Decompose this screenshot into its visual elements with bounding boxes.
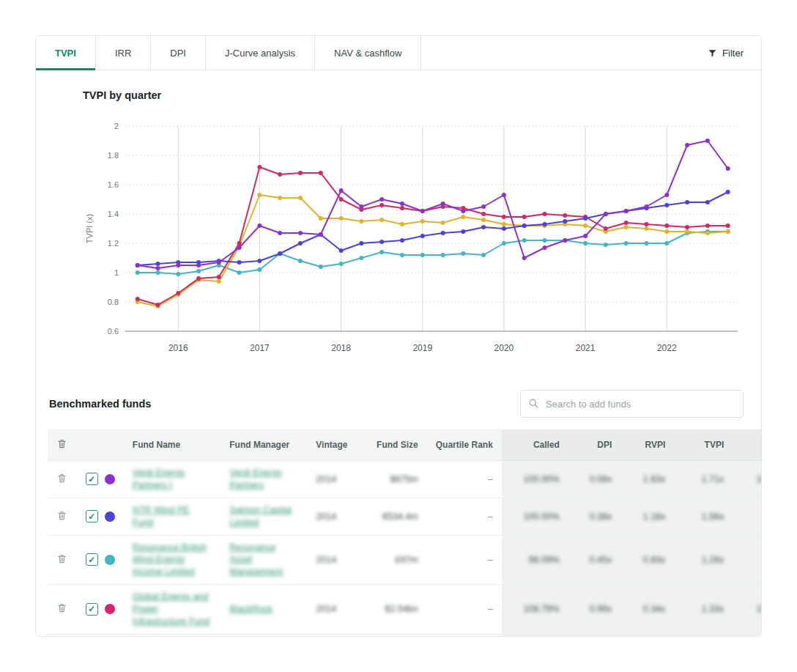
fund-manager-cell: Resonance Asset Management [220,535,307,585]
delete-cell [48,498,77,535]
irr-cell [733,498,761,535]
svg-text:TVPI (x): TVPI (x) [85,214,94,243]
svg-text:2016: 2016 [168,343,188,353]
svg-text:2: 2 [114,122,119,130]
fund-manager-cell: Salmon Capital Limited [220,498,307,535]
rvpi-cell: 0.34x [620,585,674,635]
tab-dpi[interactable]: DPI [151,36,206,70]
vintage-cell: 2014 [307,585,359,635]
select-cell: ✓ [77,585,124,635]
tab-irr[interactable]: IRR [96,36,151,70]
fund-name-link[interactable]: Global Energy and Power Infrastructure F… [133,591,210,627]
tab-tvpi-label: TVPI [55,48,76,59]
quartile-rank-cell: – [427,585,502,635]
called-cell: 100.00% [502,461,568,498]
tvpi-by-quarter-chart: 0.60.811.21.41.61.8220162017201820192020… [83,116,745,358]
delete-cell [48,535,77,585]
fund-name-link[interactable]: Resonance British Wind Energy Income Lim… [133,542,207,577]
col-dpi: DPI [568,429,620,461]
fund-visibility-checkbox[interactable]: ✓ [86,510,98,523]
fund-manager-link[interactable]: Resonance Asset Management [229,542,283,577]
svg-text:2022: 2022 [657,343,677,353]
table-header-row: Fund Name Fund Manager Vintage Fund Size… [48,429,761,461]
dpi-cell: 0.99x [568,585,620,635]
fund-manager-link[interactable]: BlackRock [229,604,273,614]
col-select [77,429,124,461]
fund-size-cell: $2.54bn [360,585,427,635]
svg-text:2017: 2017 [250,343,270,353]
tab-irr-label: IRR [115,48,131,59]
fund-visibility-checkbox[interactable]: ✓ [86,553,98,566]
fund-size-cell: $2.5bn [360,634,427,636]
filter-button[interactable]: Filter [690,36,761,70]
fund-row: ✓ Verdi Energy Partners I Verdi Energy P… [48,461,761,498]
benchmarked-funds-header: Benchmarked funds [36,390,761,429]
fund-name-cell: NTR Wind PE Fund [124,498,220,535]
filter-label: Filter [722,48,744,59]
rvpi-cell: 0.29x [620,634,674,636]
tvpi-cell: 1.28x [674,634,733,636]
select-cell: ✓ [77,461,124,498]
fund-color-dot [105,604,115,614]
tvpi-cell: 1.71x [674,461,733,498]
chart-section: TVPI by quarter 0.60.811.21.41.61.822016… [36,70,761,361]
delete-fund-button[interactable] [56,510,67,521]
fund-name-cell: Verdi Energy Partners I [124,461,220,498]
select-cell: ✓ [77,634,124,636]
trash-icon [56,553,67,564]
tab-nav-cashflow-label: NAV & cashflow [334,48,401,59]
fund-manager-link[interactable]: Salmon Capital Limited [229,505,292,528]
tvpi-cell: 1.33x [674,585,733,635]
irr-cell: 16.80% [733,461,761,498]
fund-size-cell: £97m [360,535,427,585]
delete-fund-button[interactable] [56,602,67,613]
delete-cell [48,634,77,636]
vintage-cell: 2014 [307,461,359,498]
fund-manager-link[interactable]: Verdi Energy Partners [229,468,282,490]
fund-row: ✓ NTR Wind PE Fund Salmon Capital Limite… [48,498,761,535]
quartile-rank-cell: – [427,498,502,535]
dpi-cell: 0.99x [568,634,620,636]
delete-fund-button[interactable] [56,473,67,484]
fund-name-link[interactable]: Verdi Energy Partners I [133,468,185,490]
select-cell: ✓ [77,498,124,535]
fund-visibility-checkbox[interactable]: ✓ [86,473,98,485]
trash-icon [56,473,67,484]
called-cell: 98.09% [502,535,568,585]
fund-visibility-checkbox[interactable]: ✓ [86,603,98,616]
col-fund-manager: Fund Manager [220,429,307,461]
fund-name-link[interactable]: NTR Wind PE Fund [133,505,190,528]
tab-nav-cashflow[interactable]: NAV & cashflow [315,36,421,70]
svg-text:0.8: 0.8 [108,298,119,306]
delete-cell [48,585,77,635]
fund-row: ✓ Global Energy and Power Infrastructure… [48,585,761,635]
tab-jcurve-analysis[interactable]: J-Curve analysis [206,36,315,70]
col-rvpi: RVPI [620,429,674,461]
irr-cell [733,535,761,585]
called-cell: 108.79% [502,585,568,635]
tab-tvpi[interactable]: TVPI [36,36,96,70]
fund-color-dot [105,512,115,522]
svg-text:0.6: 0.6 [108,327,119,336]
svg-text:2020: 2020 [494,343,514,353]
fund-manager-cell: BlackRock [220,585,307,635]
delete-cell [48,461,77,498]
search-input[interactable] [520,390,744,418]
dpi-cell: 0.08x [568,461,620,498]
dpi-cell: 0.45x [568,535,620,585]
trash-icon [56,602,67,613]
quartile-rank-cell: – [427,535,502,585]
col-fund-size: Fund Size [360,429,427,461]
delete-fund-button[interactable] [56,553,67,564]
fund-name-cell: Global Energy and Power Infrastructure F… [124,585,220,635]
funds-table-wrap: Fund Name Fund Manager Vintage Fund Size… [48,429,761,636]
svg-text:1.6: 1.6 [108,180,119,189]
fund-manager-cell: First Reserve [220,634,307,636]
fund-size-cell: $875m [360,461,427,498]
trash-icon [56,510,67,521]
svg-text:1.4: 1.4 [108,210,119,218]
vintage-cell: 2014 [307,634,359,636]
fund-manager-cell: Verdi Energy Partners [220,461,307,498]
col-tvpi: TVPI [674,429,733,461]
irr-cell: 16.30% [733,634,761,636]
